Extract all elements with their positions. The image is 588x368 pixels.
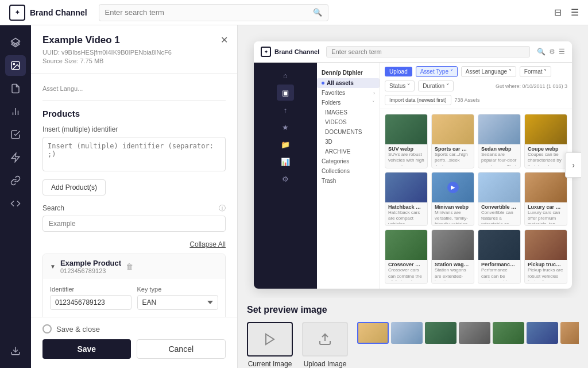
filter-duration[interactable]: Duration ˅ — [418, 80, 454, 91]
asset-desc-hatch: Hatchback cars are compact vehicles for.… — [388, 210, 424, 224]
asset-meta-crossover: 28/05/2024 · 119 · — [388, 282, 424, 284]
menu-icon[interactable]: ☰ — [571, 7, 579, 18]
sidebar-icon-download[interactable] — [5, 340, 26, 361]
nav-item-documents[interactable]: DOCUMENTS — [317, 127, 380, 137]
current-image-option[interactable]: Current Image — [247, 322, 293, 368]
nav-label-trash: Trash — [322, 178, 336, 184]
asset-sidebar-folder[interactable]: 📁 — [277, 136, 294, 152]
asset-sidebar-settings2[interactable]: ⚙ — [277, 171, 294, 187]
sidebar-icon-tag[interactable] — [5, 147, 26, 168]
sidebar-icon-link[interactable] — [5, 170, 26, 191]
asset-card-sports[interactable]: Sports car webp Sports car...high perfo.… — [431, 114, 474, 168]
asset-language-label: Asset Langu... — [42, 85, 83, 92]
key-type-select[interactable]: EAN SKU GTIN — [137, 295, 219, 310]
sidebar-icon-file[interactable] — [5, 78, 26, 99]
product-header[interactable]: ▼ Example Product 0123456789123 🗑 — [43, 254, 225, 279]
browser-search-icon[interactable]: 🔍 — [537, 48, 546, 56]
search-input[interactable] — [105, 8, 313, 17]
browser-settings-icon[interactable]: ⚙ — [549, 48, 555, 56]
nav-arrow-favorites: › — [373, 90, 375, 96]
asset-sidebar-chart2[interactable]: 📊 — [277, 154, 294, 170]
next-arrow-button[interactable]: › — [565, 152, 581, 178]
filmstrip-thumb-5[interactable] — [493, 322, 524, 344]
search-bar[interactable]: 🔍 — [99, 4, 328, 21]
collapse-all-link[interactable]: Collapse All — [189, 240, 226, 248]
chevron-icon: ▼ — [50, 263, 56, 270]
sidebar-icon-code[interactable] — [5, 193, 26, 214]
upload-image-option[interactable]: Upload Image — [302, 322, 348, 368]
nav-item-archive[interactable]: ARCHIVE — [317, 147, 380, 156]
asset-sidebar-upload[interactable]: ↑ — [277, 102, 294, 118]
upload-button[interactable]: Upload — [385, 67, 412, 76]
asset-card-pickup[interactable]: Pickup truck webp Pickup trucks are robu… — [524, 229, 567, 284]
sidebar-icon-chart[interactable] — [5, 101, 26, 122]
asset-sidebar-home[interactable]: ⌂ — [277, 67, 294, 83]
nav-item-folders[interactable]: Folders ˅ — [317, 98, 380, 108]
sidebar-icon-checkbox[interactable] — [5, 124, 26, 145]
info-icon[interactable]: ⓘ — [219, 204, 226, 213]
main-layout: Example Video 1 UUID: v9BIbsHES|fm0I4IK9… — [0, 25, 588, 368]
asset-card-minivan[interactable]: ▶ Minivan webp Minivans are versatile, f… — [431, 172, 474, 227]
asset-meta-performance: 28/05/2024 · 119 · — [481, 282, 517, 284]
nav-item-3d[interactable]: 3D — [317, 137, 380, 147]
browser-menu-icon[interactable]: ☰ — [559, 48, 565, 56]
asset-name-sedan: Sedan webp — [481, 146, 517, 152]
insert-identifier-textarea[interactable] — [42, 137, 226, 171]
asset-card-coupe[interactable]: Coupe webp Coupes can be characterized b… — [524, 114, 567, 168]
browser-search-input[interactable] — [326, 46, 530, 57]
filmstrip-thumb-7[interactable] — [560, 322, 579, 344]
nav-item-videos[interactable]: VIDEOS — [317, 117, 380, 127]
close-panel-button[interactable]: ✕ — [220, 34, 228, 45]
nav-item-images[interactable]: IMAGES — [317, 108, 380, 117]
asset-card-station[interactable]: Station wagon webp Station wagons are ex… — [431, 229, 474, 284]
asset-meta-station: 28/05/2024 · 119 · — [435, 282, 471, 284]
filmstrip-thumb-6[interactable] — [527, 322, 558, 344]
asset-card-hatch[interactable]: Hatchback webp Hatchback cars are compac… — [385, 172, 428, 227]
filter-asset-language[interactable]: Asset Language ˅ — [461, 66, 516, 77]
search-icon[interactable]: 🔍 — [313, 8, 322, 17]
asset-card-sedan[interactable]: Sedan webp Sedans are popular four-door … — [478, 114, 521, 168]
nav-item-collections[interactable]: Collections — [317, 166, 380, 176]
identifier-input[interactable] — [50, 295, 131, 310]
asset-thumb-luxury — [525, 172, 567, 202]
add-products-button[interactable]: Add Product(s) — [42, 179, 106, 195]
nav-item-all-assets[interactable]: All assets — [317, 78, 380, 88]
search-input-products[interactable] — [42, 216, 226, 232]
filter-asset-type[interactable]: Asset Type ˅ — [416, 66, 458, 77]
save-close-label[interactable]: Save & close — [56, 325, 100, 334]
products-title: Products — [42, 109, 226, 118]
filmstrip-thumb-1[interactable] — [357, 322, 389, 344]
filmstrip-thumb-4[interactable] — [459, 322, 490, 344]
delete-product-icon[interactable]: 🗑 — [126, 262, 133, 271]
nav-item-favorites[interactable]: Favorites › — [317, 88, 380, 98]
asset-card-performance[interactable]: Performance car webp Performance cars ca… — [478, 229, 521, 284]
filmstrip-thumb-2[interactable] — [391, 322, 423, 344]
filter-format[interactable]: Format ˅ — [520, 66, 551, 77]
filter-status[interactable]: Status ˅ — [385, 80, 415, 91]
panel-footer: Save & close Save Cancel — [31, 317, 237, 368]
sidebar-icon-layers[interactable] — [5, 32, 26, 53]
nav-arrow-folders: ˅ — [372, 100, 375, 106]
cancel-button[interactable]: Cancel — [137, 339, 226, 359]
asset-card-convertible[interactable]: Convertible webp Convertible can feature… — [478, 172, 521, 227]
key-type-label: Key type — [137, 286, 219, 293]
filmstrip-thumb-3[interactable] — [425, 322, 457, 344]
asset-card-luxury[interactable]: Luxury car webp Luxury cars can offer pr… — [524, 172, 567, 227]
top-bar-actions: ⊟ ☰ — [554, 7, 579, 18]
sidebar-icon-image[interactable] — [5, 55, 26, 76]
asset-thumb-station — [432, 230, 474, 260]
asset-sidebar-assets[interactable]: ▣ — [277, 85, 294, 101]
asset-name-sports: Sports car webp — [435, 146, 471, 152]
asset-sidebar-star[interactable]: ★ — [277, 119, 294, 135]
asset-info-sedan: Sedan webp Sedans are popular four-door … — [478, 144, 520, 168]
brand-logo[interactable]: ✦ Brand Channel — [9, 5, 87, 21]
asset-card-suv[interactable]: SUV webp SUVs are robust vehicles with h… — [385, 114, 428, 168]
filter-icon[interactable]: ⊟ — [554, 7, 562, 18]
import-button[interactable]: Import data (newest first) — [385, 95, 451, 105]
save-button[interactable]: Save — [42, 339, 131, 359]
save-close-checkbox[interactable] — [42, 324, 52, 334]
nav-item-trash[interactable]: Trash — [317, 176, 380, 186]
asset-card-crossover[interactable]: Crossover webp Crossover cars can combin… — [385, 229, 428, 284]
nav-item-categories[interactable]: Categories — [317, 156, 380, 166]
preview-options: Current Image Upload Image — [247, 322, 579, 368]
